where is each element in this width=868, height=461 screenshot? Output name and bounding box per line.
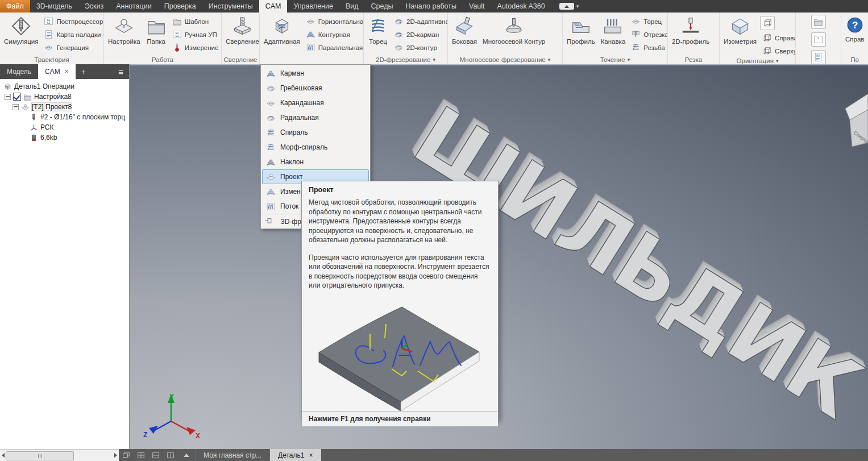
parallel-button[interactable]: Параллельная xyxy=(304,41,364,54)
window-vsplit-icon[interactable] xyxy=(163,449,178,461)
scrollbar-thumb[interactable] xyxy=(6,451,74,460)
setup-button[interactable]: Настройка xyxy=(106,14,143,47)
simulation-button[interactable]: Симуляция xyxy=(2,14,40,47)
collapse-caret-icon[interactable]: ▾ xyxy=(576,3,579,9)
ribbon-group-cutting: 2D-профиль Резка xyxy=(668,13,720,64)
tree-node-project8[interactable]: [T2] Проект8 xyxy=(1,102,129,112)
flyout-item-ramp[interactable]: Наклон xyxy=(262,155,369,169)
face-mill-button[interactable]: Торец xyxy=(366,14,391,47)
cutoff-button[interactable]: Отрезка xyxy=(629,28,668,41)
menu-tab-tools[interactable]: Инструменты xyxy=(202,0,259,13)
scroll-left-icon[interactable] xyxy=(2,453,5,458)
groove-button[interactable]: Канавка xyxy=(599,14,628,47)
cam-list-button[interactable] xyxy=(811,50,826,64)
isometric-icon xyxy=(730,16,750,36)
doc-tab-home[interactable]: Моя главная стр... xyxy=(195,449,269,461)
collapse-node-icon[interactable] xyxy=(13,104,19,110)
group-label-multiaxis[interactable]: Многоосевое фрезерование▾ xyxy=(448,55,562,64)
group-label-turning[interactable]: Точение▾ xyxy=(563,55,667,64)
pin-icon[interactable] xyxy=(264,217,273,226)
menu-tab-cam[interactable]: CAM xyxy=(259,0,288,13)
window-tile-icon[interactable] xyxy=(134,449,148,461)
flyout-item-pocket[interactable]: Карман xyxy=(262,66,369,81)
cam-percent-icon: % xyxy=(813,35,823,44)
menu-tab-view[interactable]: Вид xyxy=(339,0,365,13)
menu-tab-file[interactable]: Файл xyxy=(0,0,30,13)
pocket2d-button[interactable]: 2D-карман xyxy=(392,28,448,41)
menu-tab-annotations[interactable]: Аннотации xyxy=(110,0,157,13)
window-hsplit-icon[interactable] xyxy=(148,449,163,461)
menu-tab-get-started[interactable]: Начало работы xyxy=(400,0,463,13)
flyout-item-pencil[interactable]: Карандашная xyxy=(262,95,369,110)
multiaxis-contour-button[interactable]: Многоосевой Контур xyxy=(480,14,547,47)
probe-button[interactable]: Измерение xyxy=(170,41,221,54)
tree-node-wcs[interactable]: РСК xyxy=(1,122,129,132)
menu-tab-3d-model[interactable]: 3D-модель xyxy=(30,0,78,13)
turn-profile-button[interactable]: Профиль xyxy=(564,14,597,47)
setup-checkbox[interactable] xyxy=(13,93,21,101)
expand-arrow-icon[interactable] xyxy=(184,454,189,457)
cam-folder-button[interactable] xyxy=(811,15,826,29)
browser-menu-icon[interactable]: ≡ xyxy=(113,64,129,79)
menu-tab-environments[interactable]: Среды xyxy=(365,0,400,13)
adaptive2d-button[interactable]: 2D-адаптивная xyxy=(392,15,448,28)
manual-nc-button[interactable]: G1G3 Ручная УП xyxy=(170,28,221,41)
browser-tab-model[interactable]: Модель xyxy=(0,64,38,79)
view-cube-icon xyxy=(763,18,773,28)
menu-tab-vault[interactable]: Vault xyxy=(463,0,491,13)
help-button[interactable]: ? Справ xyxy=(843,14,866,44)
browser-tab-cam[interactable]: CAM × xyxy=(38,64,76,79)
profile2d-button[interactable]: 2D-профиль xyxy=(670,14,712,47)
menu-tab-inspect[interactable]: Проверка xyxy=(158,0,202,13)
turn-face-button[interactable]: Торец xyxy=(629,15,668,28)
generate-button[interactable]: Генерация xyxy=(41,41,104,54)
menu-tab-sketch[interactable]: Эскиз xyxy=(78,0,110,13)
view-cube[interactable]: Сперед xyxy=(844,93,868,147)
group-label-3d-milling xyxy=(260,55,363,64)
scroll-right-icon[interactable] xyxy=(114,453,117,458)
thread-button[interactable]: Резьба xyxy=(629,41,668,54)
view-right-button[interactable]: Справа xyxy=(760,31,796,44)
contour2d-button[interactable]: 2D-контур xyxy=(392,41,448,54)
contour-button[interactable]: Контурная xyxy=(304,28,364,41)
group-label-orientation[interactable]: Ориентация▾ xyxy=(720,57,795,64)
template-button[interactable]: Шаблон xyxy=(170,15,221,28)
isometric-button[interactable]: Изометрия xyxy=(721,14,759,47)
window-cascade-icon[interactable] xyxy=(119,449,134,461)
browser-horizontal-scrollbar[interactable] xyxy=(0,449,119,461)
svg-text:?: ? xyxy=(852,19,858,31)
drill-button[interactable]: Сверление xyxy=(223,14,260,47)
tree-node-setup8[interactable]: Настройка8 xyxy=(1,92,129,102)
doc-tab-part1[interactable]: Деталь1 × xyxy=(269,449,321,461)
turn-profile-icon xyxy=(571,16,591,36)
horizontal-button[interactable]: Горизонтальная xyxy=(304,15,364,28)
flyout-item-spiral[interactable]: Спираль xyxy=(262,125,369,140)
groove-icon xyxy=(603,16,623,36)
adaptive-button[interactable]: Адаптивная xyxy=(261,14,302,47)
tree-node-part-operations[interactable]: Деталь1 Операции xyxy=(1,81,129,92)
drill-icon xyxy=(232,16,252,36)
close-icon[interactable]: × xyxy=(309,451,313,459)
tree-node-tool[interactable]: #2 - Ø1/16" с плоским торц xyxy=(1,112,129,122)
menu-tab-manage[interactable]: Управление xyxy=(287,0,339,13)
menu-tab-a360[interactable]: Autodesk A360 xyxy=(491,0,551,13)
ribbon-collapse-button[interactable] xyxy=(559,3,574,10)
flyout-item-scallop[interactable]: Гребешковая xyxy=(262,81,369,95)
close-icon[interactable]: × xyxy=(65,68,69,76)
flyout-item-morph-spiral[interactable]: Морф-спираль xyxy=(262,140,369,155)
collapse-node-icon[interactable] xyxy=(5,94,11,100)
flyout-item-radial[interactable]: Радиальная xyxy=(262,110,369,125)
view-right-icon xyxy=(762,33,772,43)
cam-percent-button[interactable]: % xyxy=(811,32,826,47)
tree-node-nc-size[interactable]: 6,6kb xyxy=(1,132,129,143)
postprocessor-button[interactable]: G1G2 Постпроцессор xyxy=(41,15,104,28)
view-top-button[interactable]: Сверху xyxy=(760,44,796,57)
view-cube-button[interactable] xyxy=(760,16,775,30)
radial-icon xyxy=(266,113,276,123)
viewport-3d[interactable]: ШИЛЬДИК Y X Z Сперед Карман xyxy=(130,64,868,449)
setup-sheet-button[interactable]: Карта наладки xyxy=(41,28,104,41)
flank-button[interactable]: Боковая xyxy=(450,14,479,47)
group-label-2d-milling[interactable]: 2D-фрезерование▾ xyxy=(364,55,447,64)
add-tab-button[interactable]: + xyxy=(76,64,92,79)
folder-button[interactable]: Папка xyxy=(144,14,169,47)
